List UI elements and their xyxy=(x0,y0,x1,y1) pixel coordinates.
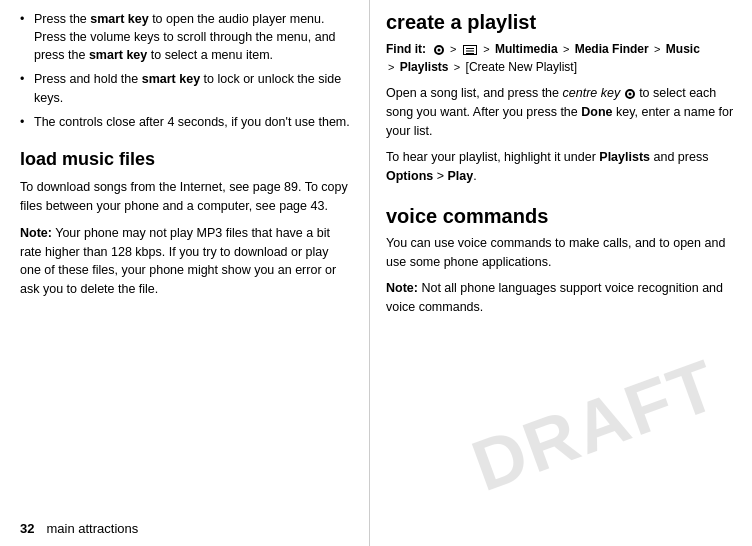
right-column: create a playlist Find it: > > Multimedi… xyxy=(370,0,752,546)
find-it-label: Find it: xyxy=(386,42,426,56)
nav-media-finder: Media Finder xyxy=(575,42,649,56)
playlists-bold: Playlists xyxy=(599,150,650,164)
create-playlist-para: Open a song list, and press the centre k… xyxy=(386,84,734,140)
play-bold: Play xyxy=(447,169,473,183)
voice-note: Note: Not all phone languages support vo… xyxy=(386,279,734,317)
note-text: Your phone may not play MP3 files that h… xyxy=(20,226,336,296)
centre-key-italic: centre key xyxy=(563,86,621,100)
smart-key-bold-3: smart key xyxy=(142,72,200,86)
nav-music: Music xyxy=(666,42,700,56)
options-bold: Options xyxy=(386,169,433,183)
nav-create-new: [Create New Playlist] xyxy=(466,60,577,74)
page-number: 32 xyxy=(20,521,34,536)
list-item: The controls close after 4 seconds, if y… xyxy=(20,113,351,131)
note-label: Note: xyxy=(20,226,52,240)
footer-label: main attractions xyxy=(46,521,138,536)
bullet-text-3: The controls close after 4 seconds, if y… xyxy=(34,115,350,129)
smart-key-bold-1: smart key xyxy=(90,12,148,26)
bullet-text-1: Press the smart key to open the audio pl… xyxy=(34,12,336,62)
find-it-line: Find it: > > Multimedia > Media Finder >… xyxy=(386,40,734,76)
left-column: Press the smart key to open the audio pl… xyxy=(0,0,370,546)
nav-multimedia: Multimedia xyxy=(495,42,558,56)
load-note: Note: Your phone may not play MP3 files … xyxy=(20,224,351,299)
voice-para1: You can use voice commands to make calls… xyxy=(386,234,734,272)
list-item: Press and hold the smart key to lock or … xyxy=(20,70,351,106)
done-key-bold: Done xyxy=(581,105,612,119)
page-container: DRAFT Press the smart key to open the au… xyxy=(0,0,752,546)
smart-key-bold-2: smart key xyxy=(89,48,147,62)
create-playlist-heading: create a playlist xyxy=(386,10,734,34)
bullet-text-2: Press and hold the smart key to lock or … xyxy=(34,72,341,104)
load-music-para: To download songs from the Internet, see… xyxy=(20,178,351,216)
bullet-list: Press the smart key to open the audio pl… xyxy=(20,10,351,137)
voice-note-text: Not all phone languages support voice re… xyxy=(386,281,723,314)
voice-commands-heading: voice commands xyxy=(386,204,734,228)
load-music-heading: load music files xyxy=(20,149,351,171)
voice-note-label: Note: xyxy=(386,281,418,295)
create-playlist-para2: To hear your playlist, highlight it unde… xyxy=(386,148,734,186)
nav-playlists: Playlists xyxy=(400,60,449,74)
list-item: Press the smart key to open the audio pl… xyxy=(20,10,351,64)
nav-dot-icon-2 xyxy=(625,89,635,99)
page-footer: 32 main attractions xyxy=(0,521,370,536)
arrow-icon: > xyxy=(450,43,456,55)
nav-dot-icon xyxy=(434,45,444,55)
arrow-icon-2: > xyxy=(483,43,489,55)
menu-icon xyxy=(463,45,477,55)
